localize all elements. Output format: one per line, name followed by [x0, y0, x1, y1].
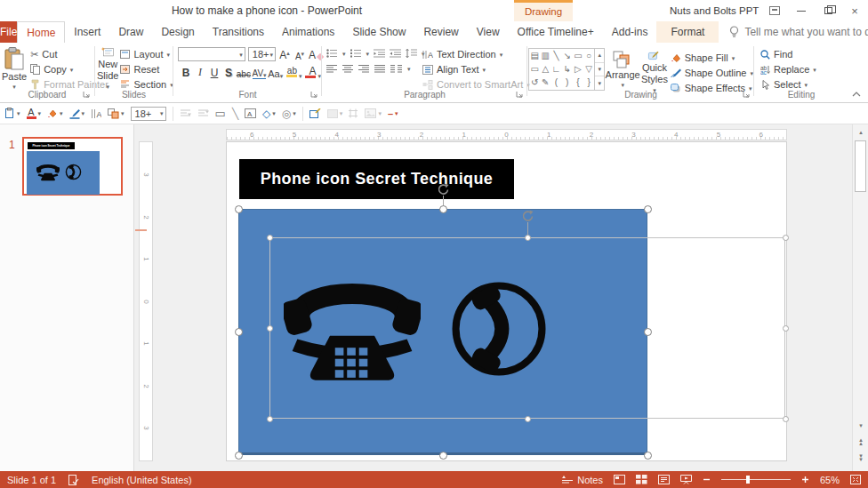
underline-button[interactable]: U — [208, 65, 221, 79]
paste-button[interactable]: Paste ▾ — [2, 44, 27, 91]
columns-button[interactable] — [390, 65, 402, 73]
qat-move-down-button[interactable] — [197, 106, 209, 122]
fit-to-window-button[interactable] — [850, 475, 861, 484]
slide-title-box[interactable]: Phone icon Secret Technique — [239, 159, 514, 199]
shape-handle-bottom-mid[interactable] — [439, 452, 447, 460]
previous-slide-button[interactable]: ▴▴ — [855, 436, 867, 448]
paragraph-dialog-launcher[interactable] — [516, 91, 524, 99]
italic-button[interactable]: I — [194, 65, 206, 79]
minimize-button[interactable] — [788, 0, 815, 21]
text-shadow-button[interactable]: S — [222, 65, 235, 79]
shape-handle-mid-left[interactable] — [235, 328, 243, 336]
shape-handle-mid-right[interactable] — [644, 328, 652, 336]
collapse-ribbon-button[interactable] — [852, 92, 861, 97]
shape-handle-top-left[interactable] — [235, 205, 243, 213]
tell-me-box[interactable]: Tell me what you want to do — [729, 21, 868, 43]
vertical-scrollbar[interactable]: ▴ ▾ ▴▴ ▾▾ — [852, 124, 868, 471]
slide-1-thumbnail[interactable]: Phone icon Secret Technique — [22, 137, 123, 196]
qat-text-box-button[interactable]: A — [245, 106, 256, 122]
arrange-button[interactable]: Arrange ▾ — [605, 48, 640, 94]
normal-view-button[interactable] — [614, 475, 625, 484]
section-button[interactable]: Section ▾ — [120, 78, 173, 91]
scroll-up-arrow[interactable]: ▴ — [855, 126, 867, 139]
find-button[interactable]: Find — [760, 48, 848, 60]
shape-fill-button[interactable]: Shape Fill ▾ — [671, 52, 753, 64]
font-name-combo[interactable]: ▾ — [178, 47, 245, 61]
shape-handle-bottom-right[interactable] — [644, 452, 652, 460]
tab-draw[interactable]: Draw — [109, 21, 152, 43]
tab-office-timeline[interactable]: Office Timeline+ — [509, 21, 603, 43]
line-spacing-button[interactable] — [406, 49, 417, 58]
qat-line-shape-button[interactable]: ╲ — [232, 106, 238, 122]
picture-handle-bottom-right[interactable] — [783, 416, 789, 422]
numbering-caret[interactable]: ▾ — [366, 51, 370, 57]
zoom-in-button[interactable] — [801, 476, 809, 484]
drawing-dialog-launcher[interactable] — [743, 91, 751, 99]
shrink-font-button[interactable]: A▾ — [293, 47, 306, 61]
align-right-button[interactable] — [358, 65, 369, 73]
qat-disabled-picture-button[interactable]: ▾ — [365, 106, 382, 122]
qat-font-color-button[interactable]: A▾ — [27, 106, 42, 122]
tab-insert[interactable]: Insert — [65, 21, 109, 43]
next-slide-button[interactable]: ▾▾ — [855, 452, 867, 464]
tab-animations[interactable]: Animations — [273, 21, 343, 43]
layout-button[interactable]: Layout ▾ — [120, 48, 173, 60]
tab-format[interactable]: Format — [656, 21, 719, 43]
font-dialog-launcher[interactable] — [310, 91, 318, 99]
zoom-level[interactable]: 65% — [820, 475, 840, 485]
picture-handle-top-mid[interactable] — [525, 235, 531, 241]
convert-to-smartart-button[interactable]: Convert to SmartArt ▾ — [422, 78, 530, 91]
notes-button[interactable]: Notes — [562, 475, 603, 485]
qat-shape-outline-button[interactable]: ▾ — [69, 106, 85, 122]
highlight-color-button[interactable]: ab — [285, 65, 297, 79]
scrollbar-thumb[interactable] — [855, 140, 866, 192]
language-indicator[interactable]: English (United States) — [92, 475, 192, 485]
tab-design[interactable]: Design — [152, 21, 203, 43]
ribbon-display-options-button[interactable] — [761, 0, 788, 21]
quick-styles-button[interactable]: Quick Styles ▾ — [640, 48, 669, 94]
shape-handle-top-right[interactable] — [644, 205, 652, 213]
scroll-down-arrow[interactable]: ▾ — [855, 420, 867, 432]
picture-handle-mid-left[interactable] — [267, 325, 273, 332]
increase-indent-button[interactable] — [390, 49, 401, 58]
justify-button[interactable] — [374, 65, 385, 73]
qat-shape-fill-button[interactable]: ▾ — [47, 106, 63, 122]
tab-slide-show[interactable]: Slide Show — [343, 21, 414, 43]
grow-font-button[interactable]: A▴ — [278, 47, 291, 61]
qat-edit-shape-button[interactable] — [309, 106, 321, 122]
select-button[interactable]: Select ▾ — [760, 78, 848, 91]
shape-gallery-scrollbar[interactable]: ▴ ▾ ▾ — [595, 48, 605, 91]
shape-outline-button[interactable]: Shape Outline ▾ — [671, 67, 753, 79]
zoom-slider-thumb[interactable] — [746, 476, 750, 484]
picture-handle-bottom-mid[interactable] — [525, 416, 531, 422]
columns-caret[interactable]: ▾ — [407, 66, 411, 72]
qat-arrange-button[interactable]: ▾ — [108, 106, 125, 122]
picture-handle-bottom-left[interactable] — [267, 416, 273, 422]
tab-file[interactable]: File — [0, 21, 17, 43]
gallery-down-arrow[interactable]: ▾ — [595, 62, 604, 76]
shape-handle-bottom-left[interactable] — [235, 452, 243, 460]
shape-gallery[interactable]: ▤▥╲↘▭○▭△∟↳▷▽↺✎(){} — [528, 48, 595, 91]
slide-show-button[interactable] — [680, 475, 692, 484]
picture-handle-mid-right[interactable] — [783, 325, 789, 332]
align-text-button[interactable]: Align Text ▾ — [422, 63, 530, 76]
bold-button[interactable]: B — [180, 65, 192, 79]
restore-button[interactable] — [815, 0, 841, 21]
reset-button[interactable]: Reset — [120, 63, 173, 76]
close-button[interactable]: × — [841, 0, 868, 21]
slide-sorter-view-button[interactable] — [636, 475, 647, 484]
bullets-caret[interactable]: ▾ — [342, 51, 346, 57]
qat-font-size-combo[interactable]: 18+▾ — [131, 107, 166, 121]
spellcheck-icon[interactable] — [68, 475, 79, 485]
font-color-button[interactable]: A — [303, 65, 316, 79]
rotate-handle-picture[interactable] — [521, 210, 534, 222]
align-left-button[interactable] — [326, 65, 337, 73]
tab-addins[interactable]: Add-ins — [603, 21, 657, 43]
qat-rectangle-shape-button[interactable]: ▭ — [215, 106, 226, 122]
qat-overflow-button[interactable]: –▾ — [388, 106, 398, 122]
picture-handle-top-left[interactable] — [267, 235, 273, 241]
clear-formatting-button[interactable]: A — [309, 47, 321, 61]
change-case-button[interactable]: Aa▾ — [268, 65, 283, 79]
tab-view[interactable]: View — [468, 21, 509, 43]
slide-canvas[interactable]: Phone icon Secret Technique — [226, 141, 787, 461]
